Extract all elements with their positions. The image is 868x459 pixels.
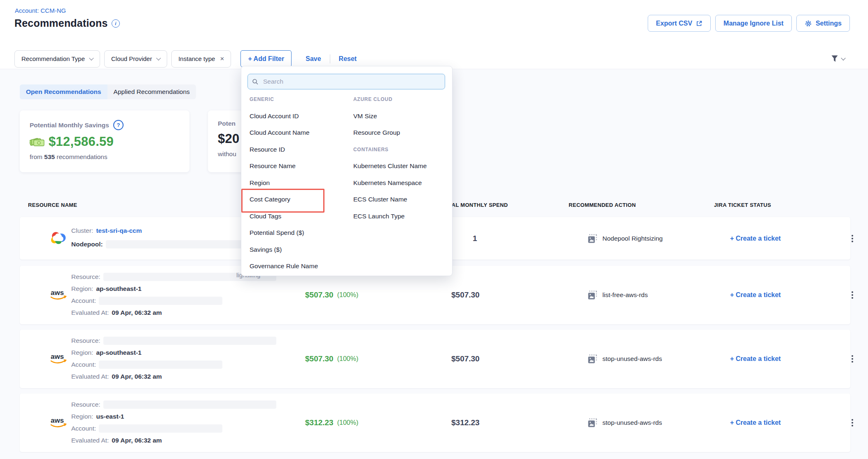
dropdown-item[interactable]: Cloud Account ID xyxy=(250,112,299,120)
dropdown-item[interactable]: Region xyxy=(250,179,270,187)
create-ticket-link[interactable]: + Create a ticket xyxy=(730,355,781,363)
table-row[interactable]: aws Resource:Region:ap-southeast-1Accoun… xyxy=(20,330,850,388)
savings-value: $507.30 xyxy=(305,354,334,363)
help-icon[interactable]: ? xyxy=(113,120,124,130)
image-placeholder-icon xyxy=(588,290,597,300)
add-filter-button[interactable]: + Add Filter xyxy=(240,50,292,67)
dropdown-item[interactable]: Cost Category xyxy=(250,196,290,203)
nodepool-label: Nodepool: xyxy=(71,241,103,248)
funnel-icon xyxy=(830,54,839,63)
cluster-name-link[interactable]: test-sri-qa-ccm xyxy=(96,227,142,234)
region-label: Region: xyxy=(71,413,93,420)
cluster-label: Cluster: xyxy=(71,227,93,234)
create-ticket-link[interactable]: + Create a ticket xyxy=(730,235,781,242)
divider xyxy=(330,54,330,63)
gear-icon xyxy=(805,20,812,27)
column-header-resource-name: RESOURCE NAME xyxy=(28,202,77,208)
region-value: ap-southeast-1 xyxy=(96,349,141,356)
close-icon[interactable]: × xyxy=(220,55,224,62)
money-bills-icon xyxy=(30,136,45,148)
tab-applied-recommendations[interactable]: Applied Recommendations xyxy=(107,84,196,99)
recommended-action-cell: stop-unused-aws-rds xyxy=(588,354,662,364)
card-value-fragment: $20 xyxy=(218,131,240,146)
filter-panel-toggle[interactable] xyxy=(830,54,845,63)
savings-percent: (100%) xyxy=(337,355,359,363)
create-ticket-link[interactable]: + Create a ticket xyxy=(730,291,781,299)
dropdown-search[interactable] xyxy=(247,74,445,89)
dropdown-item[interactable]: Savings ($) xyxy=(250,246,282,253)
gcp-cloud-icon xyxy=(49,230,68,247)
kebab-menu-icon[interactable] xyxy=(849,232,856,245)
settings-button[interactable]: Settings xyxy=(796,15,850,32)
recommended-action-cell: list-free-aws-rds xyxy=(588,290,648,300)
redacted-value xyxy=(99,297,222,305)
header-actions: Export CSV Manage Ignore List Settings xyxy=(648,15,850,32)
evaluated-at-label: Evaluated At: xyxy=(71,437,109,444)
redacted-value xyxy=(103,337,276,345)
kebab-menu-icon[interactable] xyxy=(849,417,856,429)
svg-text:aws: aws xyxy=(51,417,64,424)
reset-filter-button[interactable]: Reset xyxy=(339,55,357,63)
image-placeholder-icon xyxy=(588,418,597,428)
recommended-action-label: stop-unused-aws-rds xyxy=(602,419,662,426)
card-title: Potential Monthly Savings xyxy=(30,122,109,129)
dropdown-item[interactable]: Governance Rule Name xyxy=(250,262,318,270)
potential-monthly-savings-card: Potential Monthly Savings ? $12,586.59 f… xyxy=(20,110,189,172)
info-icon[interactable]: i xyxy=(112,19,120,28)
recommended-action-label: Nodepool Rightsizing xyxy=(602,235,663,242)
dropdown-item[interactable]: Resource Group xyxy=(353,129,400,136)
dropdown-column-cloud: AZURE CLOUDVM SizeResource GroupCONTAINE… xyxy=(353,91,452,225)
dropdown-item[interactable]: VM Size xyxy=(353,112,377,120)
dropdown-item[interactable]: Potential Spend ($) xyxy=(250,229,304,237)
dropdown-item[interactable]: ECS Launch Type xyxy=(353,213,405,220)
filter-chip-cloud-provider[interactable]: Cloud Provider xyxy=(104,50,167,68)
aws-icon: aws xyxy=(49,416,68,430)
table-row[interactable]: aws Resource:Region:us-east-1Account:Eva… xyxy=(20,393,850,452)
recommended-action-cell: Nodepool Rightsizing xyxy=(588,234,663,244)
svg-text:aws: aws xyxy=(51,289,64,297)
kebab-menu-icon[interactable] xyxy=(849,353,856,365)
settings-label: Settings xyxy=(816,20,842,27)
resource-name-cell: Cluster:test-sri-qa-ccmNodepool: xyxy=(71,224,266,251)
account-label: Account: xyxy=(71,297,96,304)
export-csv-button[interactable]: Export CSV xyxy=(648,15,711,32)
potential-savings-cell: $312.23(100%) xyxy=(305,418,358,427)
total-monthly-spend-cell: $507.30 xyxy=(451,290,480,300)
card-title-fragment: Poten xyxy=(218,120,236,127)
dropdown-section-heading: AZURE CLOUD xyxy=(353,96,392,102)
region-value: ap-southeast-1 xyxy=(96,285,141,293)
search-icon xyxy=(252,78,259,85)
filter-chip-instance-type[interactable]: Instance type × xyxy=(171,50,231,68)
dropdown-item[interactable]: Kubernetes Namespace xyxy=(353,179,422,187)
search-input[interactable] xyxy=(262,77,441,86)
savings-value: $12,586.59 xyxy=(49,134,114,149)
svg-text:aws: aws xyxy=(51,353,64,361)
evaluated-at-value: 09 Apr, 06:32 am xyxy=(112,309,162,316)
dropdown-section-heading: GENERIC xyxy=(250,96,274,102)
dropdown-item[interactable]: Resource Name xyxy=(250,162,296,170)
create-ticket-link[interactable]: + Create a ticket xyxy=(730,419,781,426)
save-filter-button[interactable]: Save xyxy=(306,55,321,63)
evaluated-at-label: Evaluated At: xyxy=(71,373,109,380)
total-monthly-spend-fragment: 1 xyxy=(473,234,477,243)
resource-label: Resource: xyxy=(71,337,100,344)
manage-ignore-list-button[interactable]: Manage Ignore List xyxy=(715,15,792,32)
recommended-action-label: stop-unused-aws-rds xyxy=(602,355,662,363)
dropdown-item[interactable]: Cloud Tags xyxy=(250,213,281,220)
account-label: Account: xyxy=(71,361,96,368)
filter-chip-recommendation-type[interactable]: Recommendation Type xyxy=(14,50,100,68)
dropdown-item[interactable]: Kubernetes Cluster Name xyxy=(353,162,427,170)
dropdown-item[interactable]: Resource ID xyxy=(250,146,285,153)
filter-chip-label: Instance type xyxy=(178,55,215,62)
resource-label: Resource: xyxy=(71,273,100,281)
kebab-menu-icon[interactable] xyxy=(849,289,856,301)
resource-label: Resource: xyxy=(71,401,100,408)
filter-chip-label: Recommendation Type xyxy=(21,55,85,62)
evaluated-at-label: Evaluated At: xyxy=(71,309,109,316)
dropdown-item[interactable]: ECS Cluster Name xyxy=(353,196,407,203)
tab-open-recommendations[interactable]: Open Recommendations xyxy=(20,84,107,99)
breadcrumb-account-link[interactable]: Account: CCM-NG xyxy=(15,7,66,14)
recommendations-tabs: Open Recommendations Applied Recommendat… xyxy=(20,84,196,99)
dropdown-item[interactable]: Cloud Account Name xyxy=(250,129,310,136)
page-title-row: Recommendations i xyxy=(14,17,120,29)
